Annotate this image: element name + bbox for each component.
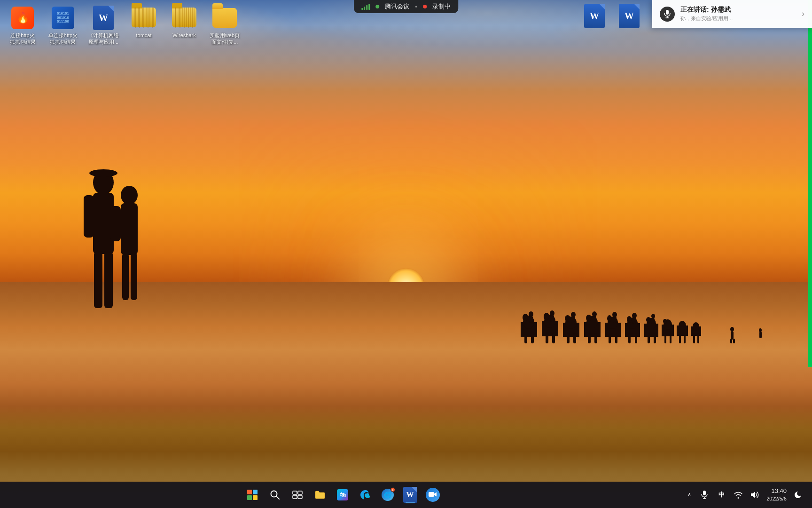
top-right-icons: W W <box>576 0 648 34</box>
wifi-icon <box>734 491 743 499</box>
svg-rect-63 <box>670 333 671 343</box>
svg-rect-31 <box>571 317 575 323</box>
top-bar: 腾讯会议 • 录制中 <box>354 0 458 13</box>
svg-rect-85 <box>298 491 302 494</box>
word-icon-tr-2-img: W <box>617 4 641 28</box>
svg-rect-49 <box>635 333 637 343</box>
svg-rect-75 <box>730 339 732 343</box>
edge-button[interactable] <box>356 485 375 504</box>
word-icon-img: W <box>93 6 114 30</box>
volume-icon <box>750 491 760 499</box>
wifi-button[interactable] <box>732 488 745 501</box>
svg-rect-21 <box>552 333 555 343</box>
svg-point-36 <box>586 315 592 321</box>
word-icon-tr-2[interactable]: W <box>613 2 646 32</box>
svg-rect-41 <box>609 333 611 343</box>
separator: • <box>415 3 417 10</box>
svg-rect-9 <box>122 253 129 300</box>
volume-button[interactable] <box>749 488 762 501</box>
webfiles-folder <box>212 8 237 28</box>
recording-dot <box>423 5 427 8</box>
svg-rect-62 <box>664 333 666 343</box>
notification-sub: 孙，来自实验/应用用... <box>680 15 796 22</box>
connection-status-dot <box>375 5 379 8</box>
svg-point-43 <box>607 315 612 322</box>
svg-point-70 <box>693 322 699 331</box>
svg-point-5 <box>89 169 117 177</box>
webfiles-folder-img <box>212 6 237 30</box>
icon-webfiles[interactable]: 实验用web页面文件(复... <box>206 4 243 48</box>
meeting-app-name: 腾讯会议 <box>385 2 409 11</box>
svg-rect-42 <box>615 333 617 343</box>
signal-bar-1 <box>361 8 363 10</box>
wireshark-folder-img <box>172 6 196 30</box>
signal-bar-3 <box>366 5 367 10</box>
recording-label: 录制中 <box>432 2 451 11</box>
svg-rect-84 <box>293 491 297 494</box>
taskbar-right: ∧ 中 <box>685 487 812 503</box>
notification-card[interactable]: 正在讲话: 孙需武 孙，来自实验/应用用... › <box>652 0 812 28</box>
camel-group <box>521 306 765 343</box>
svg-point-29 <box>565 315 570 322</box>
icon-wireshark[interactable]: Wireshark <box>165 4 203 40</box>
search-button[interactable] <box>265 485 284 504</box>
taskview-icon <box>292 490 303 500</box>
windows-logo <box>247 490 258 500</box>
file-explorer-button[interactable] <box>311 485 329 504</box>
svg-rect-88 <box>429 492 434 497</box>
svg-rect-14 <box>531 334 534 343</box>
desktop-icons-area: 🔥 连接http火狐抓包结果 010101001010011100 单连接htt… <box>0 0 247 51</box>
svg-point-58 <box>651 314 655 318</box>
tray-mic-button[interactable] <box>698 488 711 501</box>
word-doc-img: W <box>91 6 116 30</box>
svg-rect-10 <box>131 253 137 300</box>
taskbar-center: 🛍 🌐 1 <box>0 485 685 504</box>
svg-point-57 <box>646 317 651 323</box>
svg-rect-38 <box>593 316 596 322</box>
taskview-button[interactable] <box>288 485 307 504</box>
icon-tomcat-label: tomcat <box>136 32 151 39</box>
svg-rect-76 <box>733 339 735 343</box>
svg-rect-27 <box>567 333 570 343</box>
word-icon-tr-1[interactable]: W <box>578 2 611 32</box>
svg-rect-13 <box>524 334 527 343</box>
svg-rect-34 <box>588 333 591 343</box>
tray-expand-button[interactable]: ∧ <box>685 490 694 500</box>
taskbar: 🛍 🌐 1 <box>0 482 812 508</box>
word-icon-tr-1-img: W <box>582 4 607 28</box>
icon-binary-exe[interactable]: 010101001010011100 单连接http火狐抓包结果 <box>44 4 82 48</box>
svg-rect-8 <box>110 206 121 241</box>
store-button[interactable]: 🛍 <box>333 485 352 504</box>
svg-rect-59 <box>651 318 655 324</box>
svg-point-6 <box>121 186 138 205</box>
search-icon <box>270 490 280 500</box>
notification-main: 正在讲话: 孙需武 <box>680 6 796 14</box>
meeting-taskbar-button[interactable] <box>423 485 442 504</box>
svg-rect-2 <box>84 195 94 238</box>
store-icon: 🛍 <box>337 489 348 500</box>
ime-button[interactable]: 中 <box>715 488 728 501</box>
green-accent-bar <box>808 0 812 367</box>
icon-tomcat[interactable]: tomcat <box>125 4 163 40</box>
clock-time: 13:40 <box>766 487 787 495</box>
win-tile-2 <box>253 490 258 494</box>
couple-silhouette <box>56 169 179 339</box>
svg-rect-17 <box>529 316 533 323</box>
word-taskbar-icon: W <box>403 487 417 503</box>
icon-fire-capture[interactable]: 🔥 连接http火狐抓包结果 <box>4 4 41 48</box>
start-button[interactable] <box>243 485 262 504</box>
word-taskbar-button[interactable]: W <box>401 485 420 504</box>
svg-rect-89 <box>703 491 706 495</box>
svg-rect-71 <box>693 333 695 343</box>
icon-word-doc[interactable]: W 《计算机网络原理与应用... <box>85 4 122 48</box>
globe-button[interactable]: 🌐 1 <box>378 485 397 504</box>
binary-img: 010101001010011100 <box>51 6 75 30</box>
word-icon-tr-1-visual: W <box>584 4 605 28</box>
win-tile-4 <box>253 495 258 500</box>
clock-display[interactable]: 13:40 2022/5/6 <box>766 487 787 503</box>
svg-point-73 <box>730 327 734 332</box>
svg-point-15 <box>523 314 528 321</box>
svg-rect-68 <box>684 333 686 343</box>
notifications-button[interactable] <box>791 488 804 501</box>
icon-wireshark-label: Wireshark <box>172 32 196 39</box>
